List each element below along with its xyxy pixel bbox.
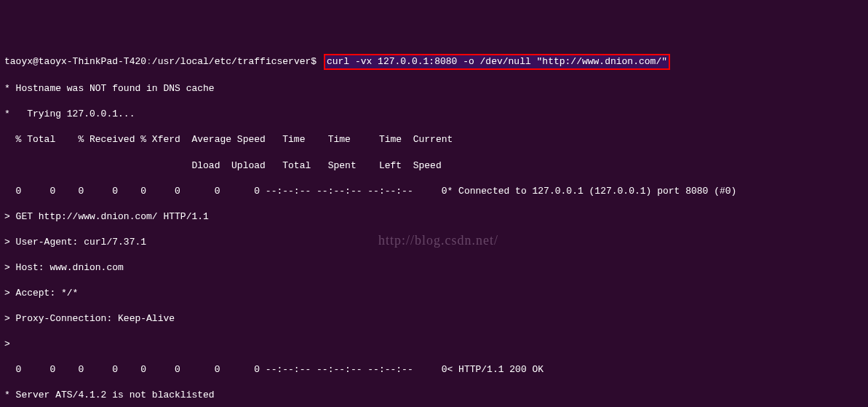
output-line: > Proxy-Connection: Keep-Alive xyxy=(4,312,864,325)
output-line: > Host: www.dnion.com xyxy=(4,261,864,274)
output-line: * Trying 127.0.0.1... xyxy=(4,108,864,121)
watermark: http://blog.csdn.net/ xyxy=(378,232,498,249)
output-line: Dload Upload Total Spent Left Speed xyxy=(4,159,864,173)
output-line: 0 0 0 0 0 0 0 0 --:--:-- --:--:-- --:--:… xyxy=(4,363,864,376)
output-line: * Server ATS/4.1.2 is not blacklisted xyxy=(4,389,864,402)
output-line: % Total % Received % Xferd Average Speed… xyxy=(4,133,864,146)
prompt-userhost: taoyx@taoyx-ThinkPad-T420 xyxy=(4,56,146,67)
prompt-sep: : xyxy=(146,56,152,67)
output-line: 0 0 0 0 0 0 0 0 --:--:-- --:--:-- --:--:… xyxy=(4,185,864,198)
output-line: > GET http://www.dnion.com/ HTTP/1.1 xyxy=(4,210,864,224)
command-text[interactable]: curl -vx 127.0.0.1:8080 -o /dev/null "ht… xyxy=(324,54,670,70)
output-line: > xyxy=(4,338,864,351)
output-line: > Accept: */* xyxy=(4,287,864,300)
prompt-path: /usr/local/etc/trafficserver xyxy=(152,56,311,67)
prompt-line: taoyx@taoyx-ThinkPad-T420:/usr/local/etc… xyxy=(4,54,864,70)
prompt-dollar: $ xyxy=(311,56,322,67)
output-line: * Hostname was NOT found in DNS cache xyxy=(4,82,864,95)
